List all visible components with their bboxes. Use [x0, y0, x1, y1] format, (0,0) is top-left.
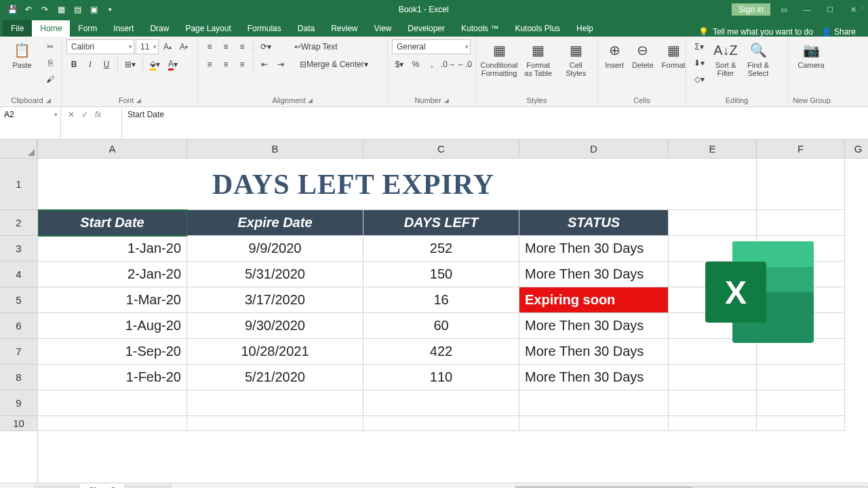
- cell-status[interactable]: More Then 30 Days: [519, 365, 669, 390]
- tab-insert[interactable]: Insert: [105, 20, 142, 37]
- font-size-combo[interactable]: 11: [136, 39, 159, 54]
- qat-icon-3[interactable]: ▣: [88, 4, 99, 15]
- row-head[interactable]: 5: [0, 287, 37, 313]
- increase-font-button[interactable]: A▴: [160, 39, 175, 54]
- tab-form[interactable]: Form: [70, 20, 105, 37]
- save-icon[interactable]: 💾: [7, 4, 18, 15]
- redo-icon[interactable]: ↷: [39, 4, 50, 15]
- undo-icon[interactable]: ↶: [23, 4, 34, 15]
- tab-kutools[interactable]: Kutools ™: [453, 20, 507, 37]
- row-head[interactable]: 8: [0, 365, 37, 390]
- cell-start-date[interactable]: 1-Aug-20: [38, 313, 187, 339]
- fx-icon[interactable]: fx: [95, 110, 101, 119]
- increase-indent-button[interactable]: ⇥: [273, 57, 288, 72]
- row-head[interactable]: 1: [0, 159, 37, 210]
- increase-decimal-button[interactable]: .0→: [441, 57, 456, 72]
- cell-days-left[interactable]: 16: [363, 287, 519, 313]
- format-painter-button[interactable]: 🖌: [43, 72, 58, 87]
- cell-styles-button[interactable]: ▦Cell Styles: [559, 39, 594, 79]
- format-cells-button[interactable]: ▦Format: [659, 39, 688, 70]
- bold-button[interactable]: B: [66, 57, 81, 72]
- minimize-icon[interactable]: —: [797, 3, 816, 16]
- fill-color-button[interactable]: ⬙▾: [146, 57, 163, 72]
- tab-developer[interactable]: Developer: [399, 20, 453, 37]
- clipboard-launcher-icon[interactable]: ◢: [46, 97, 51, 104]
- tab-view[interactable]: View: [366, 20, 400, 37]
- row-head[interactable]: 6: [0, 313, 37, 339]
- cell-start-date[interactable]: 1-Sep-20: [38, 339, 187, 365]
- tab-formulas[interactable]: Formulas: [239, 20, 290, 37]
- cancel-formula-icon[interactable]: ✕: [68, 110, 75, 119]
- qat-icon-1[interactable]: ▦: [56, 4, 66, 15]
- tab-draw[interactable]: Draw: [142, 20, 177, 37]
- paste-button[interactable]: 📋Paste: [4, 39, 40, 70]
- alignment-launcher-icon[interactable]: ◢: [308, 97, 313, 104]
- sheet-tab-active[interactable]: Sheet2: [79, 484, 125, 489]
- qat-dropdown-icon[interactable]: ▾: [104, 4, 115, 15]
- cell[interactable]: [757, 210, 845, 236]
- col-head[interactable]: B: [187, 140, 363, 158]
- conditional-formatting-button[interactable]: ▦Conditional Formatting: [480, 39, 518, 79]
- cell-expire-date[interactable]: 9/30/2020: [187, 313, 363, 339]
- copy-button[interactable]: ⎘: [43, 56, 58, 70]
- header-cell[interactable]: Start Date: [38, 210, 187, 236]
- col-head[interactable]: D: [519, 140, 669, 158]
- row-head[interactable]: 9: [0, 390, 37, 416]
- cell-days-left[interactable]: 150: [363, 262, 519, 287]
- percent-button[interactable]: %: [408, 57, 423, 72]
- tab-home[interactable]: Home: [32, 20, 70, 37]
- maximize-icon[interactable]: ☐: [821, 3, 840, 16]
- cell[interactable]: [187, 390, 363, 416]
- cell-expire-date[interactable]: 5/21/2020: [187, 365, 363, 390]
- tab-kutools-plus[interactable]: Kutools Plus: [507, 20, 568, 37]
- cell-days-left[interactable]: 60: [363, 313, 519, 339]
- wrap-text-button[interactable]: ↩ Wrap Text: [291, 39, 341, 54]
- cell-start-date[interactable]: 1-Mar-20: [38, 287, 187, 313]
- align-right-button[interactable]: ≡: [235, 57, 250, 72]
- cell-expire-date[interactable]: 3/17/2020: [187, 287, 363, 313]
- cell[interactable]: [363, 416, 519, 431]
- cell[interactable]: [757, 416, 845, 431]
- header-cell[interactable]: STATUS: [519, 210, 669, 236]
- row-head[interactable]: 3: [0, 236, 37, 262]
- decrease-font-button[interactable]: A▾: [176, 39, 191, 54]
- cell-start-date[interactable]: 2-Jan-20: [38, 262, 187, 287]
- cell-expire-date[interactable]: 5/31/2020: [187, 262, 363, 287]
- cell[interactable]: [363, 390, 519, 416]
- cell-status[interactable]: More Then 30 Days: [519, 339, 669, 365]
- header-cell[interactable]: Expire Date: [187, 210, 363, 236]
- italic-button[interactable]: I: [83, 57, 98, 72]
- cell-start-date[interactable]: 1-Jan-20: [38, 236, 187, 262]
- cell-status[interactable]: More Then 30 Days: [519, 236, 669, 262]
- align-left-button[interactable]: ≡: [202, 57, 217, 72]
- tab-review[interactable]: Review: [323, 20, 366, 37]
- cell-days-left[interactable]: 422: [363, 339, 519, 365]
- sheet-tab[interactable]: Sheet1: [34, 485, 79, 489]
- cell[interactable]: [669, 159, 757, 210]
- cell[interactable]: [757, 365, 845, 390]
- header-cell[interactable]: DAYS LEFT: [363, 210, 519, 236]
- title-cell[interactable]: DAYS LEFT EXPIRY: [38, 159, 669, 210]
- name-box[interactable]: A2: [0, 107, 61, 139]
- camera-button[interactable]: 📷Camera: [792, 39, 830, 70]
- enter-formula-icon[interactable]: ✓: [81, 110, 88, 119]
- sheet-tab[interactable]: Sheet3: [125, 485, 171, 489]
- merge-center-button[interactable]: ⊟ Merge & Center ▾: [296, 57, 372, 72]
- cell-status[interactable]: Expiring soon: [519, 287, 669, 313]
- decrease-indent-button[interactable]: ⇤: [257, 57, 272, 72]
- tell-me-search[interactable]: 💡Tell me what you want to do: [698, 27, 813, 37]
- cell[interactable]: [669, 365, 757, 390]
- ribbon-options-icon[interactable]: ▭: [774, 3, 793, 16]
- delete-cells-button[interactable]: ⊖Delete: [629, 39, 656, 70]
- find-select-button[interactable]: 🔍Find & Select: [743, 39, 773, 79]
- cell[interactable]: [38, 416, 187, 431]
- orientation-button[interactable]: ⟳▾: [257, 39, 275, 54]
- number-launcher-icon[interactable]: ◢: [444, 97, 449, 104]
- cell[interactable]: [519, 390, 669, 416]
- currency-button[interactable]: $▾: [392, 57, 407, 72]
- cell-days-left[interactable]: 110: [363, 365, 519, 390]
- cell[interactable]: [669, 416, 757, 431]
- cell[interactable]: [669, 390, 757, 416]
- underline-button[interactable]: U: [99, 57, 114, 72]
- autosum-button[interactable]: Σ▾: [690, 39, 708, 54]
